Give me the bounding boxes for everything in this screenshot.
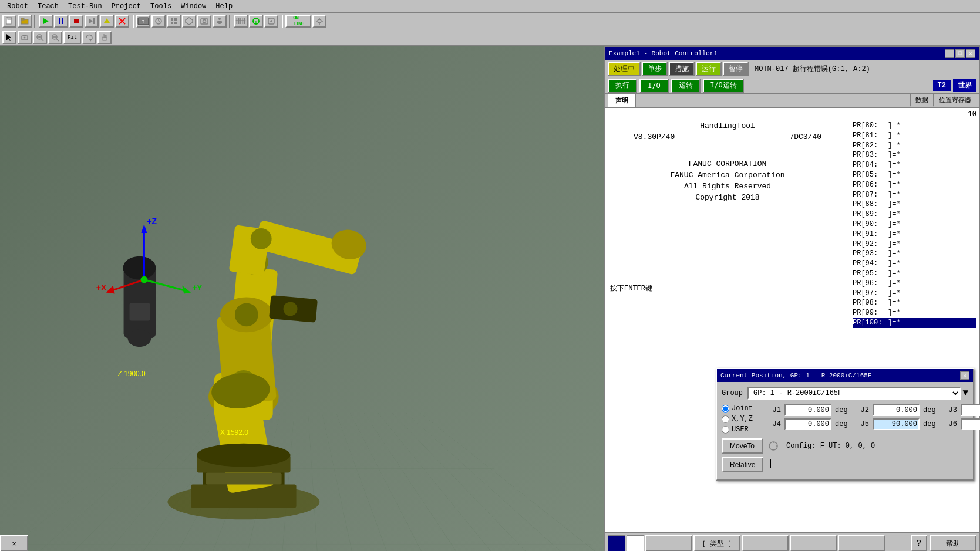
- close-button[interactable]: ✕: [966, 49, 975, 58]
- menu-tools[interactable]: Tools: [146, 1, 176, 12]
- radio-group: Joint X,Y,Z USER: [722, 404, 753, 434]
- pos-dialog-title-text: Current Position, GP: 1 - R-2000iC/165F: [720, 372, 871, 379]
- radio-xyz-input[interactable]: [722, 415, 729, 423]
- toolbar-btn-grid[interactable]: [167, 15, 181, 28]
- toolbar-btn-rotate[interactable]: [82, 31, 96, 44]
- group-dropdown-arrow[interactable]: ▼: [962, 388, 968, 398]
- maximize-button[interactable]: □: [955, 49, 965, 58]
- svg-rect-3: [21, 18, 24, 20]
- radio-user[interactable]: USER: [722, 425, 753, 434]
- transport-btn[interactable]: 运转: [671, 79, 701, 93]
- toolbar-btn-person[interactable]: [213, 15, 227, 28]
- status-measures[interactable]: 措施: [669, 62, 695, 76]
- j3-input[interactable]: [961, 404, 980, 416]
- j5-input[interactable]: [873, 418, 920, 430]
- status-running[interactable]: 运行: [696, 62, 722, 76]
- moveto-button[interactable]: MoveTo: [722, 438, 763, 454]
- execute-btn[interactable]: 执行: [608, 79, 637, 93]
- relative-button[interactable]: Relative: [722, 457, 763, 472]
- toolbar-btn-teach2[interactable]: [151, 15, 166, 28]
- toolbar-sep-1: [34, 15, 36, 28]
- program-version-row: V8.30P/40 7DC3/40: [610, 133, 845, 141]
- pos-dialog-titlebar: Current Position, GP: 1 - R-2000iC/165F …: [717, 369, 973, 382]
- toolbar-btn-x[interactable]: [115, 15, 129, 28]
- toolbar-btn-zoomout[interactable]: [48, 31, 62, 44]
- help-icon-btn[interactable]: ?: [911, 535, 927, 551]
- toolbar-2: Fit: [0, 29, 980, 46]
- menu-project[interactable]: Project: [107, 1, 146, 12]
- toolbar-btn-camera2[interactable]: [18, 31, 32, 44]
- rights: All Rights Reserved: [610, 182, 845, 191]
- toolbar-btn-io[interactable]: I: [249, 15, 263, 28]
- pr-row: PR[99:]=*: [853, 308, 976, 318]
- controller-title: Example1 - Robot Controller1: [609, 50, 718, 57]
- toolbar-btn-teach1[interactable]: T: [136, 15, 150, 28]
- toolbar-btn-play[interactable]: [39, 15, 53, 28]
- radio-user-input[interactable]: [722, 426, 729, 434]
- menu-testrun[interactable]: Test-Run: [63, 1, 107, 12]
- svg-point-73: [128, 329, 151, 347]
- menu-robot[interactable]: Robot: [2, 1, 33, 12]
- status-processing[interactable]: 处理中: [608, 62, 641, 76]
- toolbar-btn-cursor[interactable]: [2, 31, 16, 44]
- pr-row: PR[92:]=*: [853, 239, 976, 249]
- status-paused[interactable]: 暂停: [723, 62, 749, 76]
- toolbar-btn-stop[interactable]: [69, 15, 83, 28]
- fkey-4[interactable]: [790, 535, 837, 551]
- tab-pr[interactable]: 位置寄存器: [934, 94, 976, 107]
- toolbar-btn-new[interactable]: [2, 15, 16, 28]
- toolbar-btn-config[interactable]: [312, 15, 326, 28]
- toolbar-btn-open[interactable]: [18, 15, 32, 28]
- svg-rect-28: [221, 21, 222, 23]
- pr-row: PR[82:]=*: [853, 141, 976, 151]
- help-btn[interactable]: 帮助: [930, 535, 976, 551]
- minimize-button[interactable]: _: [945, 49, 954, 58]
- fkey-5[interactable]: [838, 535, 885, 551]
- toolbar-btn-cam[interactable]: [197, 15, 211, 28]
- toolbar-btn-up[interactable]: [100, 15, 114, 28]
- toolbar-btn-step[interactable]: [85, 15, 99, 28]
- j1-input[interactable]: [784, 404, 831, 416]
- viewport-3d[interactable]: +Z +Y +X Z 1900.0 X 1592.0: [0, 46, 604, 551]
- pr-list: PR[80:]=*PR[81:]=*PR[82:]=*PR[83:]=*PR[8…: [853, 121, 976, 328]
- j1-label: J1: [767, 406, 781, 414]
- enter-prompt: 按下ENTER键: [610, 283, 845, 293]
- j6-input[interactable]: [961, 418, 980, 430]
- svg-rect-19: [174, 18, 177, 21]
- toolbar-btn-fit[interactable]: Fit: [63, 31, 81, 44]
- io-btn[interactable]: I/O: [639, 79, 669, 93]
- group-select[interactable]: GP: 1 - R-2000iC/165F: [747, 387, 961, 400]
- toolbar-btn-hand[interactable]: [97, 31, 112, 44]
- pr-row: PR[91:]=*: [853, 229, 976, 239]
- j4-input[interactable]: [784, 418, 831, 430]
- text-cursor: [770, 459, 771, 468]
- radio-xyz[interactable]: X,Y,Z: [722, 415, 753, 423]
- j3-label: J3: [943, 406, 957, 414]
- svg-marker-79: [106, 286, 115, 294]
- toolbar-btn-fence[interactable]: [234, 15, 248, 28]
- radio-joint[interactable]: Joint: [722, 404, 753, 413]
- svg-marker-4: [43, 18, 49, 24]
- toolbar-btn-pause[interactable]: [54, 15, 68, 28]
- j2-input[interactable]: [873, 404, 920, 416]
- radio-joint-input[interactable]: [722, 405, 729, 413]
- close-icon: ✕: [12, 539, 16, 548]
- tab-data[interactable]: 数据: [910, 94, 934, 107]
- toolbar-btn-zoom[interactable]: [33, 31, 47, 44]
- menu-window[interactable]: Window: [176, 1, 211, 12]
- toolbar-btn-robot3d[interactable]: [182, 15, 196, 28]
- svg-text:I: I: [255, 19, 258, 25]
- pos-dialog-close[interactable]: ✕: [960, 371, 969, 380]
- svg-rect-32: [240, 18, 241, 24]
- close-panel[interactable]: ✕: [0, 535, 28, 551]
- toolbar-btn-part[interactable]: [264, 15, 278, 28]
- fkey-1[interactable]: [645, 535, 692, 551]
- menu-teach[interactable]: Teach: [33, 1, 63, 12]
- menu-help[interactable]: Help: [211, 1, 237, 12]
- fkey-2[interactable]: ［ 类型 ］: [693, 535, 740, 551]
- io-transport-btn[interactable]: I/O运转: [703, 79, 744, 93]
- toolbar-btn-online[interactable]: ONLINE: [285, 15, 311, 28]
- fkey-3[interactable]: [742, 535, 789, 551]
- status-step[interactable]: 单步: [642, 62, 668, 76]
- tab-declaration[interactable]: 声明: [608, 94, 636, 107]
